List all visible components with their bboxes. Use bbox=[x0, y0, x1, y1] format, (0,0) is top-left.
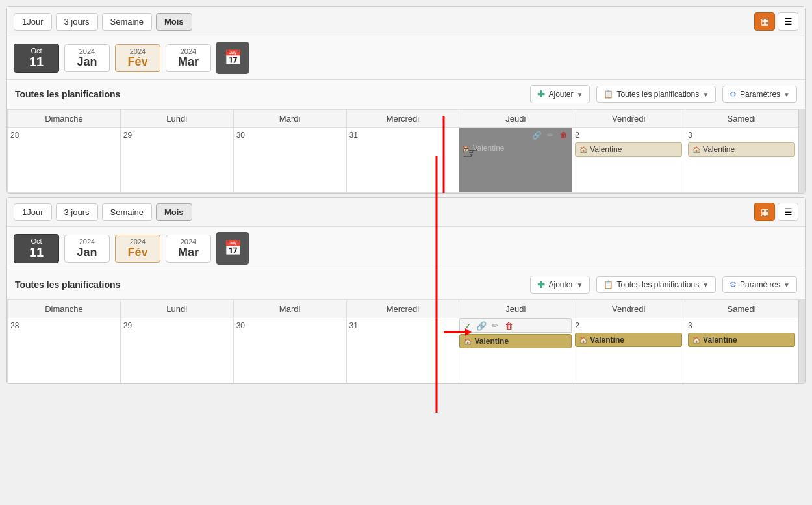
toolbar-link-icon-2[interactable]: 🔗 bbox=[476, 320, 487, 331]
btn-1jour-1[interactable]: 1Jour bbox=[14, 13, 52, 31]
cell-3-samedi-1[interactable]: 3 🏠 Valentine bbox=[685, 128, 798, 193]
toolbar-edit-icon-1[interactable]: ✏ bbox=[545, 130, 555, 140]
btn-semaine-2[interactable]: Semaine bbox=[102, 203, 152, 221]
event-icon-2-2: 🏠 bbox=[579, 337, 587, 344]
feb-btn-2[interactable]: 2024 Fév bbox=[115, 235, 160, 263]
cell-28-2[interactable]: 28 bbox=[8, 318, 121, 383]
today-month-2: Oct bbox=[31, 237, 42, 245]
plan-btn-2[interactable]: 📋 Toutes les planifications ▼ bbox=[596, 276, 716, 293]
mar-year-1: 2024 bbox=[181, 47, 196, 55]
param-btn-2[interactable]: ⚙ Paramètres ▼ bbox=[722, 276, 797, 293]
toolbar-link-icon-1[interactable]: 🔗 bbox=[531, 130, 542, 140]
toolbar-check-icon-2[interactable]: ✓ bbox=[463, 320, 473, 331]
event-name-selected-2: Valentine bbox=[474, 337, 509, 346]
event-toolbar-hover-1: 🔗 ✏ 🗑 bbox=[459, 128, 572, 142]
event-item-selected-2[interactable]: 🏠 Valentine bbox=[459, 334, 572, 348]
calendar-icon-btn-2[interactable]: 📅 bbox=[216, 232, 249, 265]
list-icon-2: ☰ bbox=[784, 207, 793, 217]
cell-31-2[interactable]: 31 bbox=[346, 318, 459, 383]
view-icons-2: ▦ ☰ bbox=[754, 203, 798, 221]
btn-3jours-1[interactable]: 3 jours bbox=[56, 13, 98, 31]
add-btn-1[interactable]: ✚ Ajouter ▼ bbox=[530, 85, 590, 103]
plan-btn-1[interactable]: 📋 Toutes les planifications ▼ bbox=[596, 86, 716, 103]
day-num-30-2: 30 bbox=[236, 321, 344, 330]
cal-small-icon-1: 📋 bbox=[603, 90, 613, 99]
jan-year-2: 2024 bbox=[79, 238, 95, 246]
event-item-2-1[interactable]: 🏠 Valentine bbox=[575, 142, 682, 157]
jan-name-2: Jan bbox=[77, 246, 97, 259]
btn-mois-1[interactable]: Mois bbox=[156, 13, 192, 31]
col-lundi-2: Lundi bbox=[120, 300, 233, 318]
list-icon-btn-1[interactable]: ☰ bbox=[778, 12, 798, 31]
feb-name-1: Fév bbox=[127, 55, 147, 69]
cell-29-2[interactable]: 29 bbox=[120, 318, 233, 383]
add-label-1: Ajouter bbox=[548, 90, 573, 99]
filter-title-2: Toutes les planifications bbox=[15, 279, 524, 290]
list-icon-1: ☰ bbox=[784, 16, 793, 27]
mar-name-1: Mar bbox=[178, 55, 199, 69]
grid-icon-1: ▦ bbox=[761, 16, 769, 27]
view-buttons-1: 1Jour 3 jours Semaine Mois bbox=[14, 13, 192, 31]
grid-icon-btn-1[interactable]: ▦ bbox=[754, 12, 775, 31]
event-name-faded-1: 🏠 Valentine bbox=[459, 142, 572, 154]
grid-icon-btn-2[interactable]: ▦ bbox=[754, 203, 775, 221]
toolbar-edit-icon-2[interactable]: ✏ bbox=[490, 320, 500, 331]
event-item-2-2[interactable]: 🏠 Valentine bbox=[575, 333, 682, 347]
calendar-grid-2: Dimanche Lundi Mardi Mercredi Jeudi Vend… bbox=[7, 300, 798, 383]
jan-btn-1[interactable]: 2024 Jan bbox=[64, 44, 110, 72]
cell-30-1[interactable]: 30 bbox=[233, 128, 346, 193]
col-vendredi-1: Vendredi bbox=[572, 110, 685, 128]
calendar-icon-btn-1[interactable]: 📅 bbox=[216, 42, 249, 74]
mar-btn-2[interactable]: 2024 Mar bbox=[166, 235, 211, 263]
list-icon-btn-2[interactable]: ☰ bbox=[778, 203, 798, 221]
btn-semaine-1[interactable]: Semaine bbox=[102, 13, 152, 31]
grid-wrapper-1: Dimanche Lundi Mardi Mercredi Jeudi Vend… bbox=[7, 109, 805, 193]
day-num-29-2: 29 bbox=[123, 321, 231, 330]
filter-bar-2: Toutes les planifications ✚ Ajouter ▼ 📋 … bbox=[7, 270, 805, 300]
view-icons-1: ▦ ☰ bbox=[754, 12, 798, 31]
day-num-3-1: 3 bbox=[688, 131, 795, 140]
toolbar-2: 1Jour 3 jours Semaine Mois ▦ ☰ bbox=[7, 198, 805, 227]
today-day-1: 11 bbox=[29, 55, 44, 70]
cell-2-vendredi-2[interactable]: 2 🏠 Valentine bbox=[572, 318, 685, 383]
today-btn-2[interactable]: Oct 11 bbox=[14, 234, 59, 263]
event-icon-selected-2: 🏠 bbox=[464, 338, 472, 345]
jan-btn-2[interactable]: 2024 Jan bbox=[64, 235, 110, 263]
param-btn-1[interactable]: ⚙ Paramètres ▼ bbox=[722, 86, 797, 103]
event-icon-3-2: 🏠 bbox=[692, 337, 700, 344]
btn-3jours-2[interactable]: 3 jours bbox=[56, 203, 98, 221]
cell-31-1[interactable]: 31 bbox=[346, 128, 459, 193]
btn-mois-2[interactable]: Mois bbox=[156, 203, 192, 221]
param-chevron-1: ▼ bbox=[783, 91, 790, 98]
feb-btn-1[interactable]: 2024 Fév bbox=[115, 44, 160, 72]
cal-small-icon-2: 📋 bbox=[603, 280, 613, 289]
col-lundi-1: Lundi bbox=[120, 110, 233, 128]
col-mardi-1: Mardi bbox=[233, 110, 346, 128]
cell-3-samedi-2[interactable]: 3 🏠 Valentine bbox=[685, 318, 798, 383]
mar-btn-1[interactable]: 2024 Mar bbox=[166, 44, 211, 72]
cell-1-jeudi-1[interactable]: 🔗 ✏ 🗑 🏠 Valentine bbox=[459, 128, 572, 193]
feb-name-2: Fév bbox=[127, 246, 147, 259]
add-btn-2[interactable]: ✚ Ajouter ▼ bbox=[530, 276, 590, 294]
scrollbar-1[interactable] bbox=[798, 109, 805, 193]
event-name-3-1: Valentine bbox=[703, 145, 735, 154]
grid-icon-2: ▦ bbox=[761, 207, 769, 217]
today-btn-1[interactable]: Oct 11 bbox=[14, 44, 59, 73]
toolbar-trash-icon-1[interactable]: 🗑 bbox=[559, 130, 569, 140]
cell-2-vendredi-1[interactable]: 2 🏠 Valentine bbox=[572, 128, 685, 193]
cell-1-jeudi-2[interactable]: ✓ 🔗 ✏ 🗑 🏠 Valentine bbox=[459, 318, 572, 383]
toolbar-trash-icon-2[interactable]: 🗑 bbox=[503, 320, 514, 331]
cell-28-1[interactable]: 28 bbox=[8, 128, 121, 193]
jan-year-1: 2024 bbox=[79, 47, 95, 55]
event-item-3-1[interactable]: 🏠 Valentine bbox=[688, 142, 795, 157]
today-month-1: Oct bbox=[31, 47, 42, 55]
col-mercredi-2: Mercredi bbox=[346, 300, 459, 318]
cell-30-2[interactable]: 30 bbox=[233, 318, 346, 383]
btn-1jour-2[interactable]: 1Jour bbox=[14, 203, 52, 221]
mar-year-2: 2024 bbox=[181, 238, 196, 246]
scrollbar-2[interactable] bbox=[798, 300, 805, 383]
cell-29-1[interactable]: 29 bbox=[120, 128, 233, 193]
view-buttons-2: 1Jour 3 jours Semaine Mois bbox=[14, 203, 192, 221]
event-name-2-2: Valentine bbox=[590, 335, 624, 344]
event-item-3-2[interactable]: 🏠 Valentine bbox=[688, 333, 795, 347]
